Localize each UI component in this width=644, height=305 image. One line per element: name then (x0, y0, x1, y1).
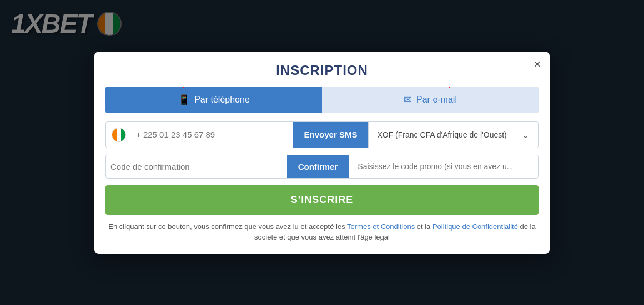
inscription-modal: × INSCRIPTION 📱 Par téléphone (94, 52, 550, 254)
phone-flag-container (106, 122, 132, 148)
register-button[interactable]: S'INSCRIRE (105, 185, 539, 215)
confirmation-input[interactable] (106, 155, 287, 178)
phone-row: Envoyer SMS XOF (Franc CFA d'Afrique de … (105, 121, 539, 148)
phone-flag-icon (112, 128, 126, 142)
terms-link[interactable]: Termes et Conditions (347, 222, 415, 231)
send-sms-button[interactable]: Envoyer SMS (293, 122, 369, 148)
privacy-link[interactable]: Politique de Confidentialité (432, 222, 518, 231)
tab-phone[interactable]: 📱 Par téléphone (105, 87, 322, 113)
close-button[interactable]: × (534, 58, 541, 70)
chevron-down-icon: ⌄ (521, 129, 530, 141)
promo-input[interactable] (349, 155, 538, 178)
terms-text: En cliquant sur ce bouton, vous confirme… (94, 221, 550, 243)
form-area: Envoyer SMS XOF (Franc CFA d'Afrique de … (94, 121, 550, 179)
terms-prefix: En cliquant sur ce bouton, vous confirme… (108, 222, 347, 231)
email-tab-icon: ✉ (404, 94, 412, 106)
phone-input[interactable] (132, 122, 293, 148)
modal-title: INSCRIPTION (94, 52, 550, 87)
confirmation-row: Confirmer (105, 155, 539, 179)
confirm-button[interactable]: Confirmer (287, 155, 349, 178)
phone-tab-icon: 📱 (178, 94, 190, 106)
currency-value: XOF (Franc CFA d'Afrique de l'Ouest) (377, 130, 506, 139)
tabs-row: 📱 Par téléphone ✉ Par e-mail (105, 87, 539, 113)
tab-email-label: Par e-mail (416, 95, 457, 105)
tab-email[interactable]: ✉ Par e-mail (322, 87, 539, 113)
tab-phone-label: Par téléphone (194, 95, 250, 105)
terms-middle: et la (415, 222, 432, 231)
currency-dropdown[interactable]: XOF (Franc CFA d'Afrique de l'Ouest) ⌄ (368, 122, 538, 148)
modal-overlay: × INSCRIPTION 📱 Par téléphone (0, 0, 644, 305)
